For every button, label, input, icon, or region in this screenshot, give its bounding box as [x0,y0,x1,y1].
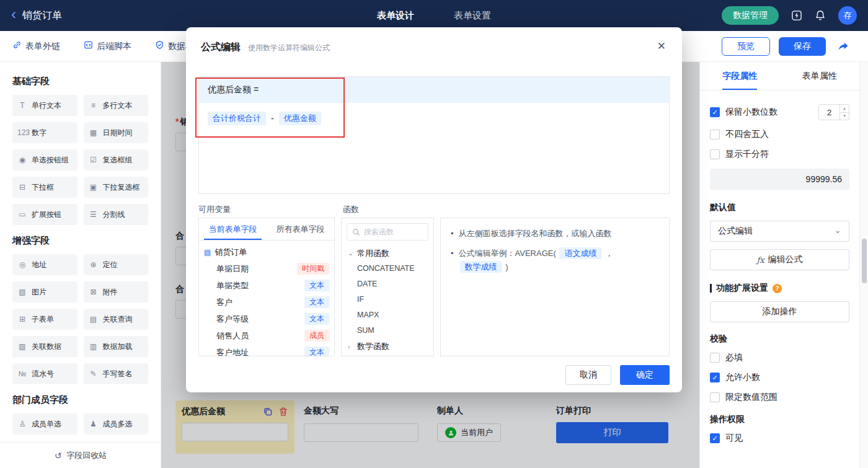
toolbar-item-label: 后端脚本 [97,41,131,52]
function-item[interactable]: DATE [342,276,433,292]
palette-field-button[interactable]: ✎手写签名 [84,363,149,384]
palette-field-button[interactable]: ◎地址 [12,254,78,275]
properties-tab[interactable]: 表单属性 [780,62,860,90]
toolbar-item-link[interactable]: 表单外链 [12,40,60,52]
variable-row[interactable]: 客户地址文本 [204,344,329,356]
function-item[interactable]: IF [342,292,433,307]
functions-panel: 搜索函数 ⌄常用函数CONCATENATEDATEIFMAPXSUM›数学函数›… [341,218,434,356]
topbar-tab[interactable]: 表单设计 [377,10,414,22]
formula-token-field[interactable]: 优惠金额 [279,112,321,125]
function-group-row[interactable]: ›数学函数 [342,338,433,354]
help-text-1: 从左侧面板选择字段名和函数，或输入函数 [459,227,612,241]
palette-field-button[interactable]: ⊕定位 [84,254,149,275]
bullet: • [451,247,454,260]
properties-tab[interactable]: 字段属性 [700,62,780,90]
palette-field-button[interactable]: ▤关联查询 [84,309,149,330]
function-search-input[interactable]: 搜索函数 [347,223,428,241]
function-item[interactable]: MAPX [342,307,433,323]
default-value-select[interactable]: 公式编辑 ⌄ [710,221,849,242]
stepper-up-icon[interactable]: ▴ [840,105,849,113]
palette-field-button[interactable]: ▧图片 [12,281,78,302]
stepper-down-icon[interactable]: ▾ [840,113,849,120]
bell-icon[interactable] [815,10,826,21]
palette-field-button[interactable]: 123数字 [12,122,78,143]
formula-expression: 合计价税合计-优惠金额 [199,103,669,134]
palette-field-button[interactable]: ▦日期时间 [84,122,149,143]
field-type-icon: № [17,369,27,378]
save-button[interactable]: 保存 [779,37,826,56]
palette-section: 基础字段T单行文本≡多行文本123数字▦日期时间◉单选按钮组☑复选框组⊟下拉框▣… [12,76,148,225]
palette-field-button[interactable]: ☰分割线 [84,204,149,225]
palette-field-button[interactable]: ◉单选按钮组 [12,149,78,170]
help-line-1: • 从左侧面板选择字段名和函数，或输入函数 [451,227,659,241]
user-avatar[interactable]: 存 [838,6,857,25]
palette-field-button[interactable]: ▨关联数据 [12,336,78,357]
cancel-button[interactable]: 取消 [565,365,611,385]
field-type-label: 分割线 [103,210,125,220]
help-icon[interactable]: ? [773,284,782,293]
modal-header: 公式编辑 使用数学运算符编辑公式 [186,27,682,54]
checkbox[interactable] [710,130,720,139]
back-icon[interactable]: ‹ [11,7,16,22]
topbar-tab[interactable]: 表单设置 [454,10,491,22]
function-item[interactable]: SUM [342,323,433,338]
share-icon[interactable] [837,40,849,53]
confirm-button[interactable]: 确定 [620,365,670,385]
scrollbar-thumb[interactable] [862,239,867,283]
toolbar-item-script[interactable]: 后端脚本 [84,40,131,52]
preview-button[interactable]: 预览 [722,37,770,56]
close-icon[interactable]: ✕ [657,40,666,53]
example-field-chip: 语文成绩 [559,247,601,259]
option-label: 保留小数位数 [725,107,777,118]
checkbox[interactable]: ✓ [710,373,720,382]
formula-editor[interactable]: 优惠后金额 = 合计价税合计-优惠金额 [198,76,670,194]
variable-row[interactable]: 客户文本 [204,294,329,311]
variable-root-row[interactable]: ▤销货订单 [204,244,329,260]
palette-field-button[interactable]: ⊞子表单 [12,309,78,330]
field-type-icon: ⊞ [17,315,27,324]
variables-tab[interactable]: 当前表单字段 [199,218,267,240]
variables-tab[interactable]: 所有表单字段 [267,218,334,240]
app-switch-icon[interactable] [791,10,802,21]
field-recycle-bin[interactable]: ↺ 字段回收站 [0,442,161,468]
field-type-label: 关联数据 [32,342,61,352]
function-item[interactable]: CONCATENATE [342,261,433,276]
checkbox[interactable]: ✓ [710,107,720,117]
palette-field-button[interactable]: ☑复选框组 [84,149,149,170]
scrollbar[interactable] [859,62,868,468]
help-text-2: 公式编辑举例：AVERAGE( 语文成绩 ， 数学成绩 ) [459,247,659,274]
option-label: 必填 [725,352,743,363]
function-group-row[interactable]: ⌄常用函数 [342,245,433,261]
palette-field-button[interactable]: ♟成员多选 [84,413,149,435]
formula-token-field[interactable]: 合计价税合计 [208,112,266,125]
example-field-chip: 数学成绩 [460,261,502,273]
add-action-button[interactable]: 添加操作 [710,301,849,322]
chevron-down-icon: ⌄ [834,225,841,235]
variable-row[interactable]: 单据日期时间戳 [204,260,329,277]
palette-field-button[interactable]: ♙成员单选 [12,413,78,435]
variable-row[interactable]: 单据类型文本 [204,277,329,294]
checkbox[interactable]: ✓ [710,433,720,443]
option-row: ✓可见 [710,433,849,444]
variable-row[interactable]: 客户等级文本 [204,311,329,327]
palette-field-button[interactable]: ≡多行文本 [84,95,149,116]
checkbox[interactable] [710,353,720,363]
palette-field-button[interactable]: ▣下拉复选框 [84,177,149,198]
palette-field-button[interactable]: T单行文本 [12,95,78,116]
search-icon [352,228,360,236]
field-type-icon: ♙ [17,420,27,428]
palette-field-button[interactable]: ⊠附件 [84,281,149,302]
function-group-row[interactable]: ›文本函数 [342,354,433,356]
search-placeholder: 搜索函数 [364,227,394,237]
palette-field-button[interactable]: ⊟下拉框 [12,177,78,198]
data-manage-button[interactable]: 数据管理 [722,6,779,25]
palette-field-button[interactable]: ▭扩展按钮 [12,204,78,225]
edit-formula-button[interactable]: ƒx 编辑公式 [710,249,849,270]
palette-field-button[interactable]: №流水号 [12,363,78,384]
variable-row[interactable]: 销售人员成员 [204,327,329,344]
number-stepper[interactable]: 2▴▾ [818,104,849,120]
checkbox[interactable] [710,149,720,159]
palette-field-button[interactable]: ▥数据加载 [84,336,149,357]
checkbox[interactable] [710,392,720,402]
modal-title: 公式编辑 [201,41,241,54]
